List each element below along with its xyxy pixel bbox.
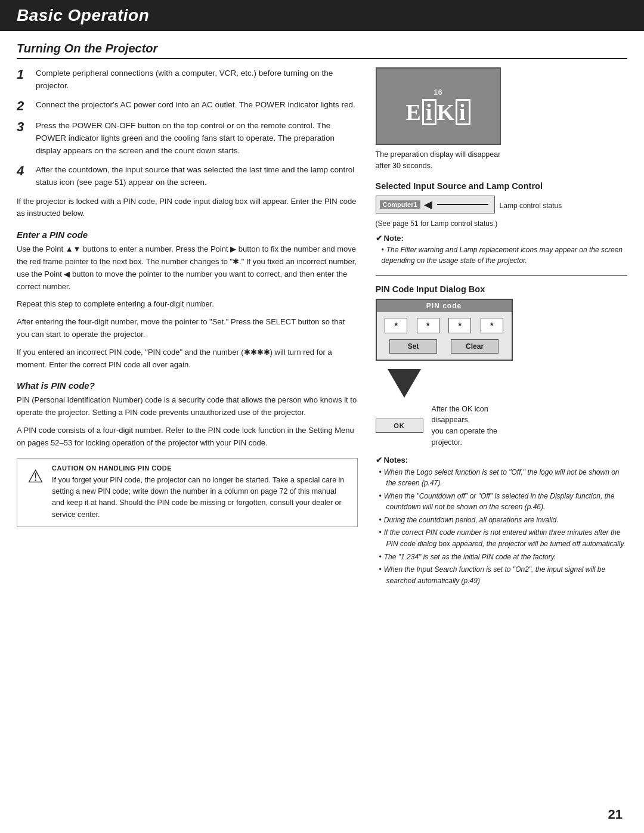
caution-text: If you forget your PIN code, the project… [52, 475, 349, 521]
notes-item-1: When the Logo select function is set to … [379, 467, 627, 489]
note-heading: Note: [376, 234, 627, 243]
enter-pin-text1: Use the Point ▲▼ buttons to enter a numb… [17, 243, 358, 293]
source-row: Computer1 ◀ Lamp control status [376, 196, 627, 216]
pin-dialog: PIN code * * * * Set Clear [376, 299, 513, 361]
pin-code-intro: If the projector is locked with a PIN co… [17, 196, 358, 221]
pin-star-3[interactable]: * [448, 318, 471, 333]
pin-star-2[interactable]: * [417, 318, 439, 333]
what-is-pin-text1: PIN (Personal Identification Number) cod… [17, 394, 358, 419]
pin-dialog-title: PIN code [377, 300, 512, 312]
enter-pin-text3: After entering the four-digit number, mo… [17, 316, 358, 341]
source-caption: (See page 51 for Lamp control status.) [376, 219, 627, 228]
caution-icon: ⚠ [26, 466, 45, 487]
note-box: Note: The Filter warning and Lamp replac… [376, 234, 627, 266]
notes-item-3: During the countdown period, all operati… [379, 515, 627, 526]
ok-caption: After the OK icon disappears, you can op… [432, 404, 521, 448]
pin-set-button[interactable]: Set [389, 339, 437, 354]
enter-pin-text4: If you entered an incorrect PIN code, "P… [17, 346, 358, 371]
source-label: Computer1 [380, 200, 420, 209]
content-area: Turning On the Projector 1 Complete peri… [0, 31, 644, 612]
what-is-pin-heading: What is PIN code? [17, 380, 358, 391]
notes-item-6: When the Input Search function is set to… [379, 564, 627, 586]
eiki-logo: EiKi [406, 99, 470, 125]
right-column: 16 EiKi The preparation display will dis… [376, 67, 627, 588]
source-indicator: Computer1 ◀ [376, 196, 495, 213]
note-list: The Filter warning and Lamp replacement … [376, 244, 627, 266]
pin-buttons-row: Set Clear [377, 337, 512, 360]
step-num-2: 2 [17, 99, 30, 113]
display-caption: The preparation display will disappear a… [376, 149, 519, 172]
caution-title: CAUTION ON HANDLING PIN CODE [52, 465, 349, 472]
arrow-down-icon [388, 369, 421, 398]
two-column-layout: 1 Complete peripheral connections (with … [17, 67, 627, 588]
notes-list: When the Logo select function is set to … [376, 467, 627, 587]
lamp-arrow-icon: ◀ [424, 198, 432, 211]
ok-bar[interactable]: OK [376, 419, 423, 433]
notes-item-4: If the correct PIN code number is not en… [379, 527, 627, 549]
section-heading: Turning On the Projector [17, 42, 627, 59]
note-item-1: The Filter warning and Lamp replacement … [382, 244, 627, 266]
page-header: Basic Operation [0, 0, 644, 31]
step-3: 3 Press the POWER ON-OFF button on the t… [17, 120, 358, 157]
pin-stars-row: * * * * [377, 312, 512, 337]
step-2: 2 Connect the projector's AC power cord … [17, 99, 358, 113]
step-num-3: 3 [17, 120, 30, 134]
divider [376, 275, 627, 276]
step-text-4: After the countdown, the input source th… [36, 164, 358, 189]
arrow-down-container [388, 369, 627, 398]
step-num-1: 1 [17, 67, 30, 82]
step-1: 1 Complete peripheral connections (with … [17, 67, 358, 92]
step-text-1: Complete peripheral connections (with a … [36, 67, 358, 92]
enter-pin-text2: Repeat this step to complete entering a … [17, 298, 358, 311]
left-column: 1 Complete peripheral connections (with … [17, 67, 358, 588]
notes-item-2: When the "Countdown off" or "Off" is sel… [379, 491, 627, 513]
pin-star-4[interactable]: * [481, 318, 503, 333]
page-title: Basic Operation [17, 6, 627, 25]
eiki-num: 16 [434, 88, 442, 97]
caution-box: ⚠ CAUTION ON HANDLING PIN CODE If you fo… [17, 458, 358, 528]
selected-input-heading: Selected Input Source and Lamp Control [376, 181, 627, 191]
step-num-4: 4 [17, 164, 30, 178]
eiki-display: 16 EiKi [376, 67, 501, 145]
lamp-line [437, 204, 488, 205]
step-text-2: Connect the projector's AC power cord in… [36, 99, 355, 112]
pin-clear-button[interactable]: Clear [451, 339, 499, 354]
lamp-status-label: Lamp control status [500, 202, 562, 210]
step-text-3: Press the POWER ON-OFF button on the top… [36, 120, 358, 157]
notes-box: Notes: When the Logo select function is … [376, 456, 627, 587]
pin-dialog-heading: PIN Code Input Dialog Box [376, 284, 627, 294]
what-is-pin-text2: A PIN code consists of a four-digit numb… [17, 425, 358, 450]
caution-content: CAUTION ON HANDLING PIN CODE If you forg… [52, 465, 349, 521]
page-number: 21 [608, 807, 623, 822]
ok-bar-row: OK After the OK icon disappears, you can… [376, 404, 627, 448]
notes-item-5: The "1 234" is set as the initial PIN co… [379, 552, 627, 563]
step-4: 4 After the countdown, the input source … [17, 164, 358, 189]
enter-pin-heading: Enter a PIN code [17, 230, 358, 240]
notes-heading: Notes: [376, 456, 627, 465]
pin-star-1[interactable]: * [385, 318, 407, 333]
